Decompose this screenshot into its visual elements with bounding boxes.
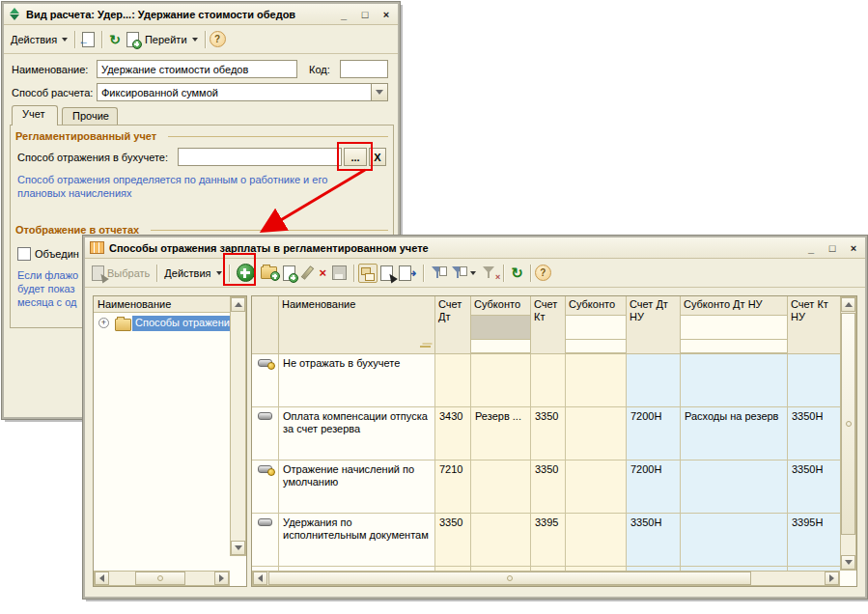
select-button[interactable]: Выбрать	[89, 264, 153, 283]
scroll-down-button[interactable]	[841, 555, 855, 570]
reread-icon[interactable]: ↻	[106, 31, 124, 48]
actions-menu[interactable]: Действия	[161, 265, 224, 281]
hierarchy-view-button[interactable]	[358, 264, 378, 283]
name-label: Наименование:	[12, 64, 88, 75]
combine-checkbox-label: Объедин	[35, 248, 79, 260]
name-field[interactable]	[97, 60, 297, 78]
annotation-add-highlight	[223, 253, 256, 286]
tree-column-header[interactable]: Наименование	[94, 296, 230, 313]
list-select-button[interactable]	[378, 264, 396, 283]
goto-menu[interactable]: Перейти	[142, 32, 201, 47]
add-group-button[interactable]	[258, 265, 280, 281]
code-label: Код:	[309, 64, 330, 75]
copy-button[interactable]	[280, 264, 298, 283]
table-row[interactable]: Удержания по исполнительным документам 3…	[252, 514, 840, 567]
scroll-down-button[interactable]	[231, 541, 245, 555]
reflection-methods-window: Способы отражения зарплаты в регламентир…	[83, 236, 867, 599]
scroll-up-button[interactable]	[841, 297, 855, 312]
scroll-up-button[interactable]	[231, 297, 245, 312]
toolbar-separator	[530, 265, 531, 282]
chevron-down-icon	[470, 271, 476, 275]
help-icon[interactable]: ?	[535, 265, 551, 281]
tab-uchet[interactable]: Учет	[12, 105, 58, 126]
help-icon[interactable]: ?	[210, 31, 226, 47]
predefined-item-icon	[258, 359, 272, 367]
toolbar-separator	[503, 265, 504, 282]
tab-prochie[interactable]: Прочие	[62, 107, 118, 126]
chevron-down-icon	[192, 38, 198, 42]
grid-header-dt-nu[interactable]: Счет Дт НУ	[627, 296, 681, 353]
close-icon[interactable]: ×	[847, 241, 860, 255]
reflection-window-titlebar[interactable]: Способы отражения зарплаты в регламентир…	[85, 237, 865, 259]
select-icon	[92, 265, 104, 281]
filter-settings-icon	[451, 265, 465, 280]
minimize-icon[interactable]: _	[337, 8, 350, 21]
toolbar-separator	[423, 265, 424, 282]
go-to-list-icon[interactable]: ←	[79, 30, 98, 49]
calc-method-label: Способ расчета:	[12, 87, 93, 98]
maximize-icon[interactable]: □	[358, 8, 372, 21]
reg-accounting-header: Регламентированный учет	[15, 130, 156, 142]
calc-window-toolbar: Действия ← ↻ Перейти ?	[4, 25, 398, 54]
tree-horizontal-scrollbar[interactable]	[94, 571, 230, 586]
refresh-button[interactable]: ↻	[508, 264, 526, 282]
grid-header-icon-col[interactable]	[252, 296, 279, 353]
scroll-left-button[interactable]	[95, 572, 109, 585]
groups-tree-panel: Наименование + Способы отражени	[93, 295, 247, 587]
scrollbar-thumb[interactable]	[841, 313, 855, 535]
close-icon[interactable]: ×	[379, 8, 393, 21]
predefined-item-icon	[258, 465, 272, 473]
toolbar-separator	[353, 265, 354, 282]
calc-window-title: Вид расчета: Удер...: Удержание стоимост…	[26, 9, 295, 20]
tree-area: + Способы отражени	[94, 313, 246, 535]
grid-header-kt[interactable]: Счет Кт	[531, 296, 566, 353]
toolbar-separator	[74, 31, 75, 48]
filter-button[interactable]	[428, 264, 448, 282]
grid-vertical-scrollbar[interactable]	[840, 296, 856, 571]
refresh-icon: ↻	[511, 265, 523, 280]
minimize-icon[interactable]: _	[804, 241, 818, 255]
grid-header-sub-dt-nu[interactable]: Субконто Дт НУ	[681, 296, 788, 353]
scroll-right-button[interactable]	[825, 572, 839, 585]
add-based-on-icon[interactable]	[124, 30, 142, 49]
reflection-hint-line2: плановых начислениях	[17, 186, 132, 200]
delete-icon: ×	[320, 266, 327, 279]
table-row[interactable]: Не отражать в бухучете	[252, 354, 840, 407]
group-rule	[168, 136, 388, 137]
table-row[interactable]: Оплата компенсации отпуска за счет резер…	[252, 407, 840, 460]
scrollbar-thumb[interactable]	[268, 572, 751, 585]
calc-method-select[interactable]: Фиксированной суммой	[97, 83, 388, 101]
grid-header-sub-kt[interactable]: Субконто	[566, 296, 627, 353]
move-item-button[interactable]: ↪	[396, 264, 419, 283]
scroll-right-button[interactable]	[214, 572, 229, 585]
clear-filter-button[interactable]: ×	[479, 264, 499, 282]
annotation-arrow	[249, 162, 377, 239]
expand-icon[interactable]: +	[98, 318, 109, 328]
code-field[interactable]	[340, 60, 388, 78]
filter-settings-button[interactable]	[448, 264, 479, 282]
grid-header-kt-nu[interactable]: Счет Кт НУ	[788, 296, 840, 353]
calc-window-titlebar[interactable]: Вид расчета: Удер...: Удержание стоимост…	[4, 4, 398, 25]
save-icon	[332, 265, 347, 280]
toolbar-separator	[156, 265, 157, 282]
table-row[interactable]: Отражение начислений по умолчанию 7210 3…	[252, 460, 840, 514]
actions-menu[interactable]: Действия	[8, 32, 70, 47]
reflection-label: Способ отражения в бухучете:	[17, 152, 168, 163]
tree-root-item[interactable]: Способы отражени	[132, 316, 230, 331]
filter-icon	[431, 265, 445, 280]
maximize-icon[interactable]: □	[826, 241, 839, 255]
save-button[interactable]	[329, 264, 350, 282]
edit-button[interactable]	[298, 264, 317, 282]
chevron-down-icon[interactable]	[371, 84, 387, 100]
combine-checkbox[interactable]	[17, 247, 31, 261]
grid-header-dt[interactable]: Счет Дт	[435, 296, 471, 353]
grid-header-name[interactable]: Наименование	[279, 296, 435, 353]
scrollbar-thumb[interactable]	[135, 572, 185, 585]
hierarchy-icon	[361, 266, 375, 280]
list-cursor-icon	[380, 265, 393, 281]
clear-filter-icon: ×	[482, 265, 496, 280]
scroll-left-button[interactable]	[253, 572, 267, 585]
delete-button[interactable]: ×	[317, 265, 330, 281]
grid-horizontal-scrollbar[interactable]	[252, 571, 840, 586]
grid-header-sub-dt[interactable]: Субконто	[471, 296, 531, 353]
